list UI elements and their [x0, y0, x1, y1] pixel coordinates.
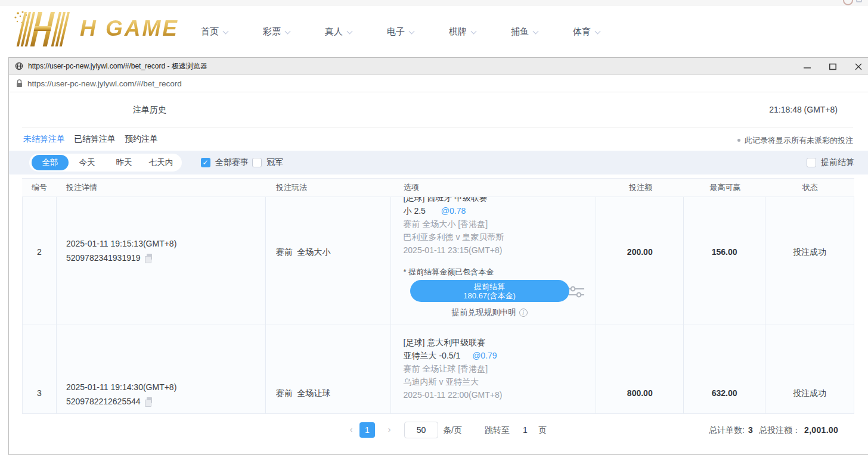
cell-play: 赛前 全场让球	[266, 325, 391, 413]
chevron-down-icon	[471, 28, 477, 34]
chevron-down-icon	[347, 28, 353, 34]
all-events-label: 全部赛事	[215, 157, 249, 168]
nav-item-cards[interactable]: 棋牌	[449, 26, 511, 38]
nav-item-lottery[interactable]: 彩票	[263, 26, 325, 38]
page-title: 注单历史	[133, 105, 166, 116]
checkbox-unchecked-icon	[252, 158, 262, 167]
sliders-icon[interactable]	[568, 285, 585, 299]
nav-item-home[interactable]: 首页	[201, 26, 263, 38]
page-number-button[interactable]: 1	[359, 422, 375, 438]
nav-item-fishing[interactable]: 捕鱼	[511, 26, 573, 38]
site-header: H GAME 首页 彩票 真人 电子 棋牌	[0, 0, 868, 57]
nav-item-sports[interactable]: 体育	[573, 26, 635, 38]
page-content: 注单历史 21:18:48 (GMT+8) 未结算注单 已结算注单 预约注单 此…	[9, 92, 867, 454]
range-all[interactable]: 全部	[32, 155, 69, 170]
cashout-button[interactable]: 提前结算 180.67(含本金)	[410, 280, 569, 302]
all-events-checkbox[interactable]: 全部赛事	[201, 157, 249, 168]
checkbox-unchecked-icon	[807, 158, 816, 167]
record-note-text: 此记录将显示所有未派彩的投注	[745, 136, 853, 145]
option-pick-line: 小 2.5 @0.78	[404, 204, 596, 217]
bet-id-text: 5209782341931919	[66, 253, 141, 263]
option-pick: 亚特兰大 -0.5/1	[404, 351, 461, 360]
lock-icon	[16, 79, 23, 88]
nav-item-live[interactable]: 真人	[325, 26, 387, 38]
jump-label: 跳转至	[485, 425, 510, 436]
col-header-no: 编号	[22, 179, 57, 197]
divider	[22, 127, 853, 127]
totals: 总计单数:3 总投注额：2,001.00	[709, 425, 838, 436]
play-type: 赛前 全场让球	[276, 388, 331, 399]
bet-time: 2025-01-11 19:14:30(GMT+8)	[66, 382, 176, 392]
tab-settled[interactable]: 已结算注单	[74, 134, 116, 145]
clock: 21:18:48 (GMT+8)	[769, 105, 838, 114]
copy-icon[interactable]	[145, 397, 153, 406]
cell-status: 投注成功	[765, 325, 854, 413]
cell-no: 3	[23, 325, 57, 413]
range-yesterday[interactable]: 昨天	[106, 155, 142, 170]
cell-option: [足球] 西班牙 甲级联赛 小 2.5 @0.78 赛前 全场大小 [香港盘] …	[391, 197, 597, 325]
chevron-down-icon	[595, 28, 601, 34]
cell-maxwin: 156.00	[684, 197, 765, 325]
cashout-rules-text: 提前兑现规则申明	[452, 307, 516, 318]
cell-detail: 2025-01-11 19:14:30(GMT+8) 5209782212625…	[57, 325, 266, 413]
corner-icon	[856, 0, 862, 2]
prev-page-button[interactable]: ‹	[346, 423, 356, 435]
cashout-note: * 提前结算金额已包含本金	[404, 267, 494, 278]
cell-option: [足球] 意大利甲级联赛 亚特兰大 -0.5/1 @0.79 赛前 全场让球 […	[391, 325, 597, 413]
chevron-down-icon	[409, 28, 415, 34]
nav-item-slots[interactable]: 电子	[387, 26, 449, 38]
tab-reserved[interactable]: 预约注单	[125, 134, 158, 145]
window-title: https://user-pc-new.jylywl.com/#/bet_rec…	[28, 61, 207, 71]
early-settle-checkbox[interactable]: 提前结算	[807, 157, 854, 168]
option-match-time: 2025-01-11 23:15(GMT+8)	[404, 244, 596, 257]
cashout-rules-link[interactable]: 提前兑现规则申明 i	[410, 307, 569, 318]
chevron-down-icon	[223, 28, 229, 34]
close-button[interactable]	[854, 63, 862, 70]
url-text: https://user-pc-new.jylywl.com/#/bet_rec…	[27, 79, 182, 88]
cell-status: 投注成功	[765, 197, 854, 325]
total-amount-value: 2,001.00	[804, 425, 838, 435]
total-count-value: 3	[748, 425, 753, 435]
option-match: 乌迪内斯 v 亚特兰大	[404, 375, 596, 388]
total-amount: 总投注额：2,001.00	[759, 425, 838, 436]
option-league: [足球] 西班牙 甲级联赛	[404, 197, 596, 204]
max-win: 632.00	[684, 388, 765, 398]
bet-status: 投注成功	[765, 247, 854, 258]
total-amount-label: 总投注额：	[759, 425, 801, 435]
maximize-button[interactable]	[829, 63, 836, 70]
bullet-icon	[737, 139, 740, 142]
next-page-button[interactable]: ›	[385, 423, 394, 435]
row-number: 2	[23, 247, 56, 257]
option-odds: @0.78	[441, 206, 466, 216]
nav-label: 电子	[387, 26, 405, 38]
copy-icon[interactable]	[145, 254, 153, 262]
address-bar[interactable]: https://user-pc-new.jylywl.com/#/bet_rec…	[9, 75, 868, 92]
cell-maxwin: 632.00	[684, 325, 765, 413]
table-row: 3 2025-01-11 19:14:30(GMT+8) 52097822126…	[22, 325, 854, 414]
jump-page-input[interactable]	[517, 422, 534, 438]
screen: H GAME 首页 彩票 真人 电子 棋牌	[0, 0, 868, 455]
cashout-button-amount: 180.67(含本金)	[463, 291, 515, 300]
row-number: 3	[23, 388, 56, 398]
page-size-input[interactable]	[404, 422, 438, 438]
table-header: 编号 投注详情 投注玩法 选项 投注额 最高可赢 状态	[22, 178, 854, 197]
tab-unsettled[interactable]: 未结算注单	[23, 134, 65, 145]
cell-amount: 800.00	[596, 325, 684, 413]
early-settle-label: 提前结算	[821, 157, 854, 168]
col-header-detail: 投注详情	[57, 179, 266, 197]
minimize-button[interactable]	[803, 63, 811, 70]
bet-time: 2025-01-11 19:15:13(GMT+8)	[66, 239, 176, 248]
cell-detail: 2025-01-11 19:15:13(GMT+8) 5209782341931…	[57, 197, 266, 325]
nav-label: 体育	[573, 26, 591, 38]
champion-checkbox[interactable]: 冠军	[252, 157, 283, 168]
nav-label: 棋牌	[449, 26, 467, 38]
range-seven-days[interactable]: 七天内	[142, 155, 179, 170]
cell-play: 赛前 全场大小	[266, 197, 391, 325]
top-strip	[0, 0, 868, 6]
window-titlebar[interactable]: https://user-pc-new.jylywl.com/#/bet_rec…	[9, 58, 868, 75]
option-match: 巴利亚多利德 v 皇家贝蒂斯	[404, 230, 596, 244]
cell-amount: 200.00	[596, 197, 684, 325]
range-today[interactable]: 今天	[69, 155, 106, 170]
info-icon[interactable]: i	[519, 308, 528, 317]
col-header-status: 状态	[766, 179, 854, 197]
